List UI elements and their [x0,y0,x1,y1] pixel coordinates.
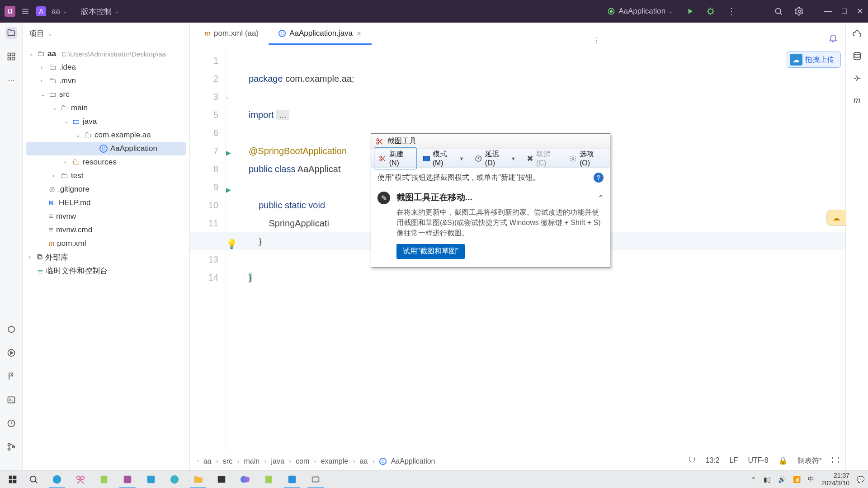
drag-upload-button[interactable]: ☁ 拖拽上传 [787,52,841,68]
notice-title: 截图工具正在移动... [396,192,472,203]
tree-node-mvnwcmd[interactable]: ≡mvnw.cmd [23,223,189,237]
structure-tool-icon[interactable] [5,51,17,62]
snip-mode-button[interactable]: 模式(M) ▼ [419,148,468,169]
status-indent[interactable]: 制表符* [797,456,822,466]
taskbar-app-green[interactable] [92,470,116,488]
tree-node-java[interactable]: ⌄🗀java [23,115,189,128]
taskbar-edge[interactable] [45,470,69,488]
taskbar-app-teal[interactable] [163,470,186,488]
taskbar-app-blue[interactable] [139,470,163,488]
build-tool-icon[interactable] [5,371,17,382]
tree-root[interactable]: ⌄🗀aaC:\Users\Administrator\Desktop\aa [23,47,189,61]
tree-node-mvnw[interactable]: ≡mvnw [23,210,189,223]
database-icon[interactable] [851,51,863,62]
snip-delay-button[interactable]: 延迟(D) ▼ [470,148,520,169]
tray-battery-icon[interactable]: ▮▯ [764,476,771,483]
settings-icon[interactable] [793,5,806,18]
tray-notifications-icon[interactable]: 💬 [857,476,864,483]
status-encoding[interactable]: UTF-8 [748,456,768,466]
tray-ime[interactable]: 中 [808,475,814,483]
search-icon[interactable] [772,5,785,18]
taskbar-explorer[interactable] [186,470,210,488]
more-tool-icon[interactable]: ⋯ [5,74,17,86]
taskbar-app-cloud[interactable] [280,470,304,488]
tree-node-resources[interactable]: ›🗀resources [23,155,189,169]
crumb[interactable]: example [321,457,348,465]
tree-node-gitignore[interactable]: ⊘.gitignore [23,183,189,196]
crumb[interactable]: com [296,457,309,465]
dialog-title-bar[interactable]: 截图工具 [371,134,610,149]
tree-node-help[interactable]: M↓HELP.md [23,196,189,210]
database-cloud-icon[interactable] [851,29,863,41]
crumb[interactable]: AaApplication [391,457,435,465]
problems-tool-icon[interactable] [5,418,17,429]
graph-tool-icon[interactable] [5,324,17,335]
tray-volume-icon[interactable]: 🔊 [778,476,786,483]
tree-node-main[interactable]: ⌄🗀main [23,101,189,115]
more-actions-icon[interactable]: ⋮ [725,5,738,18]
tray-chevron-icon[interactable]: ⌃ [751,476,756,483]
crumb[interactable]: main [244,457,259,465]
cloud-side-badge[interactable]: ☁ [826,210,846,226]
window-close[interactable]: ✕ [857,6,863,16]
taskbar-cmd[interactable] [210,470,233,488]
git-tool-icon[interactable] [5,441,17,453]
taskbar-app-purple[interactable] [233,470,257,488]
crumb[interactable]: aa [360,457,368,465]
tree-node-mvn[interactable]: ›🗀.mvn [23,74,189,88]
project-panel-header[interactable]: 项目 ⌄ [23,23,189,45]
project-selector[interactable]: aa ⌄ [49,7,70,16]
run-button[interactable] [684,5,696,18]
collapse-icon[interactable]: ⌃ [598,194,604,201]
svg-rect-35 [218,476,226,483]
help-icon[interactable]: ? [594,173,604,183]
tree-node-aaapplication[interactable]: CAaApplication [26,142,186,155]
tree-node-pom[interactable]: mpom.xml [23,237,189,250]
tree-node-src[interactable]: ⌄🗀src [23,88,189,101]
endpoints-icon[interactable] [851,72,863,84]
services-tool-icon[interactable] [5,347,17,359]
tree-node-scratches[interactable]: ≣临时文件和控制台 [23,264,189,277]
try-sketch-button[interactable]: 试用"截图和草图" [396,244,465,259]
readonly-lock-icon[interactable]: 🔒 [778,456,788,466]
crumb[interactable]: src [223,457,232,465]
tab-more-icon[interactable]: ⋮ [593,36,607,45]
taskbar-idea[interactable] [116,470,139,488]
fold-placeholder[interactable]: ... [276,110,289,120]
snip-options-button[interactable]: 选项(O) [565,148,607,169]
crumb[interactable]: aa [203,457,212,465]
status-eol[interactable]: LF [730,456,738,466]
run-config-selector[interactable]: AaApplication ⌄ [604,7,675,16]
maven-icon[interactable]: m [851,94,863,106]
start-button[interactable] [4,470,22,488]
vcs-selector[interactable]: 版本控制 ⌄ [78,6,122,17]
hamburger-menu-icon[interactable] [19,5,32,18]
editor-tab-pom[interactable]: m pom.xml (aa) [194,22,269,45]
tray-clock[interactable]: 21:37 2024/3/10 [821,472,849,486]
taskbar-app-green2[interactable] [257,470,280,488]
project-badge[interactable]: A [36,6,46,16]
terminal-tool-icon[interactable] [5,394,17,406]
taskbar-search[interactable] [22,470,45,488]
snip-new-button[interactable]: 新建(N) [374,147,417,169]
tree-node-idea[interactable]: ›🗀.idea [23,61,189,74]
taskbar-snipping[interactable] [304,470,327,488]
close-tab-icon[interactable]: ✕ [356,30,362,37]
class-icon: C [99,145,108,153]
window-maximize[interactable]: □ [842,6,847,16]
tree-node-package[interactable]: ⌄🗀com.example.aa [23,128,189,142]
shield-icon[interactable]: 🛡 [689,456,696,466]
project-tree[interactable]: ⌄🗀aaC:\Users\Administrator\Desktop\aa ›🗀… [23,45,189,279]
tray-wifi-icon[interactable]: 📶 [793,476,801,483]
status-expand-icon[interactable]: ⛶ [832,456,839,466]
status-position[interactable]: 13:2 [706,456,720,466]
debug-button[interactable] [704,5,717,18]
editor-tab-app[interactable]: C AaApplication.java ✕ [269,22,372,45]
taskbar-app-pink[interactable] [69,470,92,488]
tree-node-ext-libs[interactable]: ›⧉外部库 [23,250,189,264]
tree-node-test[interactable]: ›🗀test [23,169,189,183]
window-minimize[interactable]: — [824,6,832,16]
project-tool-icon[interactable] [5,27,17,39]
crumb[interactable]: java [271,457,284,465]
notifications-icon[interactable] [828,33,845,45]
